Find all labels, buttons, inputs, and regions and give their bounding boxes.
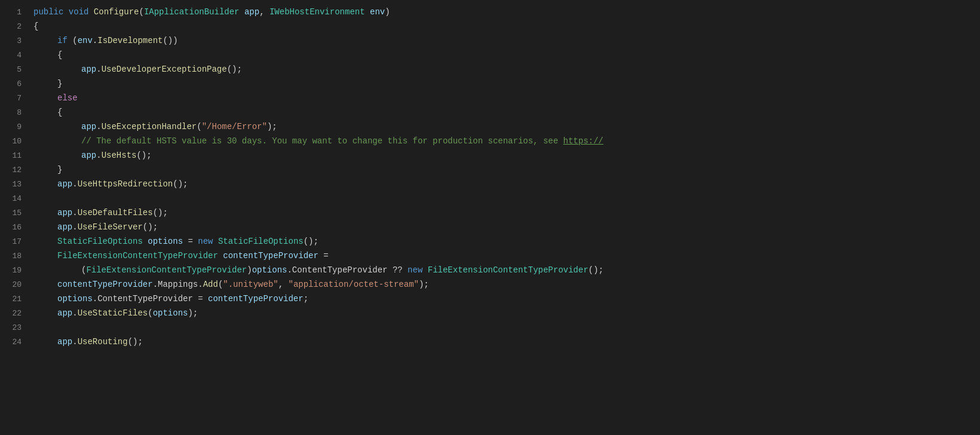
token-plain: {	[33, 22, 38, 31]
token-plain: ())	[163, 36, 177, 45]
code-line: 5 app.UseDeveloperExceptionPage();	[0, 62, 980, 76]
line-content: }	[33, 163, 62, 176]
token-param: contentTypeProvider	[57, 280, 153, 289]
line-number: 15	[0, 209, 29, 218]
token-plain: .ContentTypeProvider =	[93, 294, 208, 304]
token-plain	[143, 237, 148, 246]
token-indent1	[33, 220, 57, 234]
code-line: 8 {	[0, 105, 980, 120]
token-string: "application/octet-stream"	[289, 280, 419, 289]
token-plain: .	[96, 151, 101, 160]
line-content: app.UseHttpsRedirection();	[33, 177, 188, 191]
line-number: 7	[0, 94, 29, 103]
token-indent2	[33, 264, 81, 277]
code-editor: 1public void Configure(IApplicationBuild…	[0, 0, 980, 435]
token-indent1	[33, 91, 57, 105]
token-type: FileExtensionContentTypeProvider	[86, 265, 247, 275]
line-number: 1	[0, 8, 29, 17]
token-plain: .	[72, 337, 77, 347]
token-param: env	[370, 7, 385, 17]
token-param: app	[81, 65, 96, 74]
token-indent1	[33, 106, 57, 119]
token-plain: =	[318, 251, 329, 261]
line-number: 3	[0, 36, 29, 45]
token-method: UseExceptionHandler	[102, 122, 197, 131]
code-line: 13 app.UseHttpsRedirection();	[0, 177, 980, 191]
line-content: app.UseRouting();	[33, 335, 143, 348]
line-content: {	[33, 20, 38, 33]
code-line: 20 contentTypeProvider.Mappings.Add(".un…	[0, 277, 980, 292]
line-content	[33, 321, 38, 334]
token-string: ".unityweb"	[223, 280, 278, 289]
token-param: options	[252, 265, 287, 275]
token-indent1	[33, 278, 57, 291]
code-line: 22 app.UseStaticFiles(options);	[0, 306, 980, 320]
token-plain	[365, 7, 370, 17]
token-method: UseHsts	[102, 151, 137, 160]
token-indent1	[33, 292, 57, 305]
token-plain: );	[419, 280, 429, 289]
code-line: 15 app.UseDefaultFiles();	[0, 206, 980, 220]
code-line: 4 {	[0, 48, 980, 62]
code-line: 1public void Configure(IApplicationBuild…	[0, 5, 980, 19]
token-plain: ;	[304, 294, 308, 304]
code-line: 2{	[0, 19, 980, 33]
token-param: app	[81, 122, 96, 131]
code-line: 10 // The default HSTS value is 30 days.…	[0, 134, 980, 148]
line-content: {	[33, 106, 62, 119]
token-plain: );	[188, 308, 198, 318]
token-plain	[88, 7, 93, 17]
token-plain	[213, 237, 218, 246]
token-param: app	[57, 308, 72, 318]
token-param: contentTypeProvider	[208, 294, 304, 304]
line-number: 17	[0, 237, 29, 246]
line-number: 20	[0, 280, 29, 289]
token-indent2	[33, 63, 81, 76]
token-indent2	[33, 120, 81, 133]
token-plain: )	[247, 265, 252, 275]
token-plain: (	[68, 36, 78, 45]
token-plain: .Mappings.	[153, 280, 203, 289]
line-number: 21	[0, 295, 29, 304]
line-content: if (env.IsDevelopment())	[33, 34, 178, 47]
token-plain: }	[57, 165, 62, 174]
token-param: app	[57, 179, 72, 189]
token-method: UseDeveloperExceptionPage	[102, 65, 227, 74]
token-plain	[240, 7, 244, 17]
code-line: 9 app.UseExceptionHandler("/Home/Error")…	[0, 120, 980, 134]
token-plain: ();	[136, 151, 151, 160]
token-type: FileExtensionContentTypeProvider	[428, 265, 589, 275]
token-plain: (	[148, 308, 152, 318]
token-plain: .	[72, 222, 77, 232]
token-plain: (	[139, 7, 143, 17]
token-plain: .	[72, 308, 77, 318]
line-number: 8	[0, 108, 29, 117]
line-content: app.UseStaticFiles(options);	[33, 307, 198, 320]
token-link[interactable]: https://	[564, 136, 604, 146]
token-indent1	[33, 249, 57, 262]
line-content: public void Configure(IApplicationBuilde…	[33, 5, 390, 19]
token-param: app	[244, 7, 259, 17]
token-plain: ,	[278, 280, 289, 289]
token-type: StaticFileOptions	[218, 237, 304, 246]
line-number: 13	[0, 180, 29, 189]
line-content: app.UseDeveloperExceptionPage();	[33, 63, 242, 76]
line-content: // The default HSTS value is 30 days. Yo…	[33, 134, 604, 148]
line-number: 4	[0, 51, 29, 60]
token-param: app	[81, 151, 96, 160]
line-number: 2	[0, 22, 29, 31]
line-content: {	[33, 48, 62, 62]
token-plain	[218, 251, 223, 261]
token-plain	[422, 265, 427, 275]
token-plain	[63, 7, 68, 17]
token-plain: .	[96, 65, 101, 74]
token-indent2	[33, 134, 81, 148]
token-comment: // The default HSTS value is 30 days. Yo…	[81, 136, 564, 146]
line-content: }	[33, 77, 62, 90]
token-param: app	[57, 222, 72, 232]
token-indent1	[33, 163, 57, 176]
token-plain: ,	[259, 7, 270, 17]
token-plain: .	[93, 36, 97, 45]
token-indent2	[33, 149, 81, 162]
token-method: Configure	[94, 7, 139, 17]
